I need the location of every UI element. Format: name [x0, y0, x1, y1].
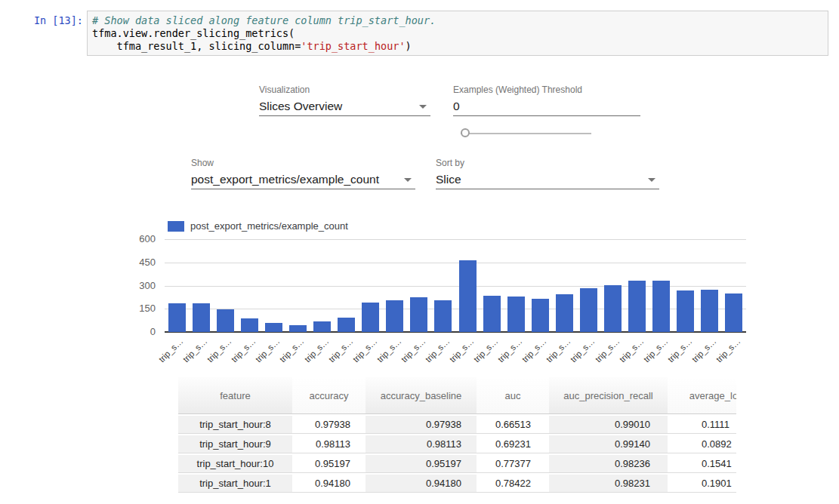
table-row[interactable]: trip_start_hour:10.941800.941800.784220.… [178, 473, 736, 493]
bar[interactable] [459, 260, 477, 332]
y-axis-tick-label: 600 [119, 233, 156, 244]
y-axis-tick-label: 150 [119, 303, 156, 314]
bar[interactable] [168, 303, 186, 332]
bar[interactable] [580, 288, 597, 332]
metrics-table: featureaccuracyaccuracy_baselineaucauc_p… [178, 377, 736, 504]
table-row[interactable]: trip_start_hour:90.981130.981130.692310.… [178, 434, 736, 453]
metric-cell[interactable]: 0.77377 [477, 453, 549, 473]
metric-cell[interactable]: 0.1111 [668, 414, 736, 434]
bar[interactable] [507, 297, 525, 332]
metric-cell[interactable]: 0.98113 [366, 434, 477, 453]
code-line: # Show data sliced along feature column … [92, 14, 823, 27]
sort-by-dropdown[interactable]: Slice [436, 171, 659, 189]
metric-cell[interactable]: 0.97938 [292, 414, 366, 434]
slider-track[interactable] [461, 133, 591, 134]
metric-cell[interactable]: 0.98113 [292, 434, 366, 453]
input-prompt: In [13]: [15, 14, 83, 26]
metric-cell[interactable]: 0.78422 [477, 473, 549, 493]
gridline [165, 263, 746, 263]
metric-cell[interactable]: 0.69231 [477, 434, 549, 453]
visualization-label: Visualization [259, 85, 310, 95]
bar[interactable] [410, 297, 427, 332]
code-line: tfma_result_1, slicing_column='trip_star… [92, 40, 823, 53]
feature-cell[interactable]: trip_start_hour:1 [178, 473, 292, 493]
column-header-accuracy_baseline[interactable]: accuracy_baseline [366, 377, 477, 414]
threshold-slider[interactable] [461, 128, 591, 139]
bar[interactable] [313, 321, 331, 332]
bar[interactable] [604, 285, 622, 332]
column-header-accuracy[interactable]: accuracy [292, 377, 366, 414]
show-value: post_export_metrics/example_count [191, 171, 415, 188]
table-row[interactable]: trip_start_hour:80.979380.979380.665130.… [178, 414, 736, 434]
chevron-down-icon [404, 178, 412, 182]
metric-cell[interactable]: 0.98231 [549, 473, 668, 493]
column-header-feature[interactable]: feature [178, 377, 292, 414]
table-row[interactable]: trip_start_hour:100.951970.951970.773770… [178, 453, 736, 473]
code-line: tfma.view.render_slicing_metrics( [92, 27, 823, 40]
metric-cell[interactable]: 0.0892 [668, 434, 736, 453]
threshold-label: Examples (Weighted) Threshold [453, 85, 582, 95]
bar[interactable] [193, 303, 210, 332]
table-header-row: featureaccuracyaccuracy_baselineaucauc_p… [178, 377, 736, 414]
gridline [165, 239, 746, 240]
bar[interactable] [265, 323, 282, 333]
sort-by-label: Sort by [436, 158, 464, 168]
bar[interactable] [386, 300, 403, 332]
threshold-input[interactable]: 0 [453, 98, 640, 116]
visualization-value: Slices Overview [259, 98, 430, 115]
metric-cell[interactable]: 0.1541 [668, 453, 736, 473]
metric-cell[interactable]: 0.99010 [549, 414, 668, 434]
visualization-dropdown[interactable]: Slices Overview [259, 98, 430, 116]
column-header-auc[interactable]: auc [477, 377, 549, 414]
metric-cell[interactable]: 0.1901 [668, 473, 736, 493]
chart-legend: post_export_metrics/example_count [168, 220, 348, 232]
metric-cell[interactable]: 0.94180 [292, 473, 366, 493]
bar[interactable] [677, 290, 694, 332]
metric-cell[interactable]: 0.95197 [366, 453, 477, 473]
legend-label: post_export_metrics/example_count [190, 220, 348, 232]
feature-cell[interactable]: trip_start_hour:10 [178, 453, 292, 473]
metric-cell[interactable]: 0.66513 [477, 414, 549, 434]
chevron-down-icon [648, 178, 655, 182]
bar[interactable] [338, 318, 355, 332]
threshold-value: 0 [453, 98, 640, 115]
bar[interactable] [556, 294, 573, 332]
bar[interactable] [701, 290, 718, 332]
bar[interactable] [289, 325, 307, 332]
feature-cell[interactable]: trip_start_hour:9 [178, 434, 292, 453]
bar[interactable] [217, 309, 234, 332]
bar[interactable] [434, 300, 452, 332]
bar[interactable] [532, 299, 549, 332]
bar-chart-plot-area [165, 239, 746, 332]
bar[interactable] [483, 296, 501, 332]
feature-cell[interactable]: trip_start_hour:8 [178, 414, 292, 434]
y-axis-tick-label: 0 [119, 326, 156, 337]
legend-swatch-icon [168, 221, 184, 232]
slider-handle[interactable] [461, 128, 470, 137]
bar[interactable] [652, 281, 670, 332]
metric-cell[interactable]: 0.99140 [549, 434, 668, 453]
bar[interactable] [241, 318, 258, 332]
bar[interactable] [362, 303, 379, 332]
metric-cell[interactable]: 0.98236 [549, 453, 668, 473]
metric-cell[interactable]: 0.97938 [366, 414, 477, 434]
show-label: Show [191, 158, 214, 168]
metric-cell[interactable]: 0.94180 [366, 473, 477, 493]
code-editor[interactable]: # Show data sliced along feature column … [87, 11, 828, 56]
sort-by-value: Slice [436, 171, 659, 188]
show-dropdown[interactable]: post_export_metrics/example_count [191, 171, 415, 189]
chevron-down-icon [419, 105, 427, 109]
column-header-auc_precision_recall[interactable]: auc_precision_recall [549, 377, 668, 414]
column-header-average_loss[interactable]: average_loss [668, 377, 736, 414]
bar[interactable] [725, 293, 742, 332]
y-axis-tick-label: 450 [119, 257, 156, 268]
y-axis-tick-label: 300 [119, 280, 156, 291]
metric-cell[interactable]: 0.95197 [292, 453, 366, 473]
bar[interactable] [628, 281, 646, 332]
